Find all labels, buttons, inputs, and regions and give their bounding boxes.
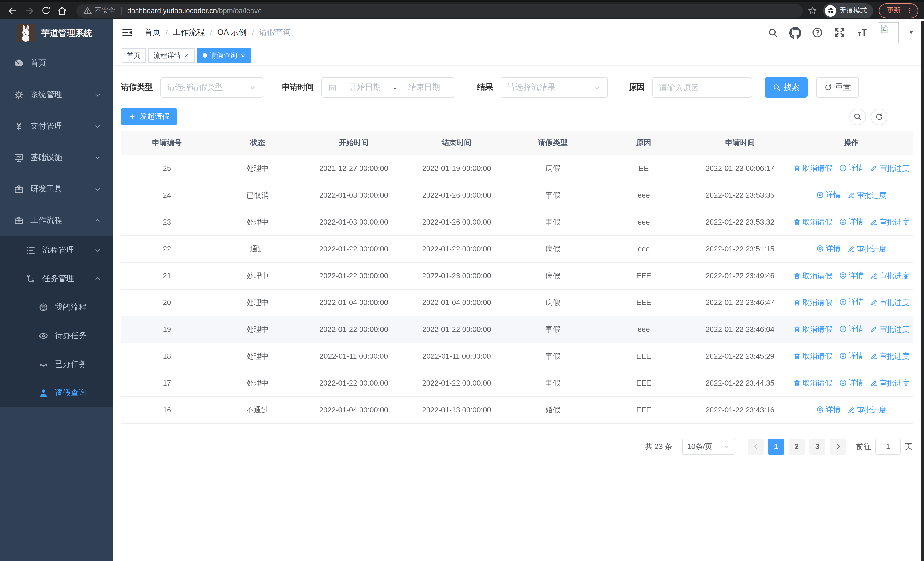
security-label[interactable]: 不安全 [95,6,115,15]
cell-start: 2022-01-04 00:00:00 [302,289,405,316]
url-path[interactable]: /bpm/oa/leave [217,7,262,15]
breadcrumb-home[interactable]: 首页 [144,27,160,38]
sidebar-item-label: 请假查询 [55,388,87,398]
sidebar-item-payment[interactable]: 支付管理 [0,110,113,142]
reset-button[interactable]: 重置 [816,77,859,98]
action-cancel-link[interactable]: 取消请假 [793,217,832,227]
tag-close-icon[interactable]: × [240,52,245,59]
result-select[interactable]: 请选择流结果 [501,77,608,98]
header-search-icon[interactable] [766,26,779,39]
action-cancel-link[interactable]: 取消请假 [793,351,832,361]
action-detail-link[interactable]: 详情 [839,324,864,334]
action-cancel-link[interactable]: 取消请假 [793,378,832,388]
col-header-start: 开始时间 [302,131,405,155]
tag-process-detail[interactable]: 流程详情 × [148,48,194,63]
browser-update-button[interactable]: 更新 ⋮ [879,3,918,18]
action-detail-link[interactable]: 详情 [839,163,864,173]
action-cancel-link[interactable]: 取消请假 [793,163,832,173]
fullscreen-icon[interactable] [833,26,846,39]
address-bar[interactable]: 不安全 dashboard.yudao.iocoder.cn/bpm/oa/le… [76,4,803,17]
action-progress-link[interactable]: 审批进度 [870,378,909,388]
action-detail-link[interactable]: 详情 [839,378,864,388]
avatar-caret-icon[interactable]: ▼ [909,30,914,35]
sidebar-item-devtools[interactable]: 研发工具 [0,173,113,205]
prev-page-button[interactable] [748,438,764,454]
app-logo-row[interactable]: 芋道管理系统 [0,19,113,47]
search-button[interactable]: 搜索 [765,77,808,98]
action-cancel-link[interactable]: 取消请假 [793,324,832,334]
apply-time-range-picker[interactable]: 开始日期 - 结束日期 [321,77,454,98]
pen-icon [848,245,855,253]
action-progress-link[interactable]: 审批进度 [870,217,909,227]
font-size-icon[interactable] [855,26,868,39]
tag-close-icon[interactable]: × [184,52,189,59]
bookmark-star-icon[interactable] [808,6,817,15]
sidebar-item-process-mgmt[interactable]: 流程管理 [0,236,113,265]
action-detail-link[interactable]: 详情 [839,270,864,281]
sidebar-item-system[interactable]: 系统管理 [0,79,113,110]
action-detail-link[interactable]: 详情 [839,297,864,307]
sidebar-item-task-mgmt[interactable]: 任务管理 [0,265,113,293]
action-cancel-link[interactable]: 取消请假 [793,271,832,281]
browser-menu-dots-icon[interactable]: ⋮ [906,6,913,15]
page-size-select[interactable]: 10条/页 [682,438,735,454]
goto-page-input[interactable] [876,438,901,454]
reason-input[interactable] [659,83,746,92]
action-detail-link[interactable]: 详情 [839,217,864,227]
action-progress-link[interactable]: 审批进度 [870,163,909,173]
start-date-placeholder[interactable]: 开始日期 [342,82,388,93]
github-icon[interactable] [789,26,801,39]
breadcrumb-oa-example[interactable]: OA 示例 [218,27,247,38]
sidebar-collapse-icon[interactable] [122,26,134,39]
page-button-1[interactable]: 1 [768,438,784,454]
browser-back-icon[interactable] [6,4,20,17]
table-refresh-button[interactable] [871,108,888,125]
page-button-3[interactable]: 3 [809,438,825,454]
action-progress-link[interactable]: 审批进度 [870,297,909,308]
action-cancel-link[interactable]: 取消请假 [793,297,832,308]
cell-reason: eee [597,316,690,343]
help-icon[interactable] [811,26,824,39]
action-detail-link[interactable]: 详情 [816,405,841,415]
leave-type-select[interactable]: 请选择请假类型 [160,77,263,98]
breadcrumb-workflow[interactable]: 工作流程 [173,27,205,38]
action-progress-link[interactable]: 审批进度 [848,405,886,415]
url-divider [121,7,122,15]
url-host[interactable]: dashboard.yudao.iocoder.cn [127,7,217,15]
tag-leave-query[interactable]: 请假查询 × [197,48,250,63]
create-leave-button[interactable]: ＋ 发起请假 [121,108,177,125]
trash-icon [793,326,801,333]
table-search-toggle-button[interactable] [849,108,866,125]
pen-icon [870,218,878,226]
avatar[interactable] [878,22,899,43]
action-progress-link[interactable]: 审批进度 [870,271,909,281]
table-header-row: 申请编号 状态 开始时间 结束时间 请假类型 原因 申请时间 操作 [121,131,913,155]
pagination: 共 23 条 10条/页 1 2 3 前往 [121,438,913,454]
action-detail-link[interactable]: 详情 [839,351,864,361]
browser-scrollbar[interactable] [921,21,924,561]
end-date-placeholder[interactable]: 结束日期 [401,82,447,93]
action-progress-link[interactable]: 审批进度 [870,351,909,361]
sidebar-item-leave-query[interactable]: 请假查询 [0,379,113,407]
action-progress-link[interactable]: 审批进度 [848,190,886,200]
browser-reload-icon[interactable] [39,4,52,17]
tag-home[interactable]: 首页 [122,48,146,63]
sidebar-item-workflow[interactable]: 工作流程 [0,205,113,236]
browser-forward-icon[interactable] [22,4,36,17]
eye-icon [816,406,824,414]
sidebar-item-done-tasks[interactable]: 已办任务 [0,350,113,379]
page-button-2[interactable]: 2 [789,438,805,454]
chrome-right-controls: 无痕模式 更新 ⋮ [808,3,918,18]
sidebar-item-my-process[interactable]: 我的流程 [0,293,113,322]
sidebar-item-home[interactable]: 首页 [0,47,113,79]
sidebar-item-todo-tasks[interactable]: 待办任务 [0,322,113,350]
browser-home-icon[interactable] [56,4,69,17]
action-progress-link[interactable]: 审批进度 [870,324,909,334]
action-progress-link[interactable]: 审批进度 [848,244,886,254]
action-detail-link[interactable]: 详情 [816,190,841,200]
action-detail-link[interactable]: 详情 [816,244,841,254]
sidebar-item-infra[interactable]: 基础设施 [0,142,113,173]
next-page-button[interactable] [830,438,846,454]
cell-reason: eee [597,235,690,262]
broken-image-icon [879,24,889,33]
